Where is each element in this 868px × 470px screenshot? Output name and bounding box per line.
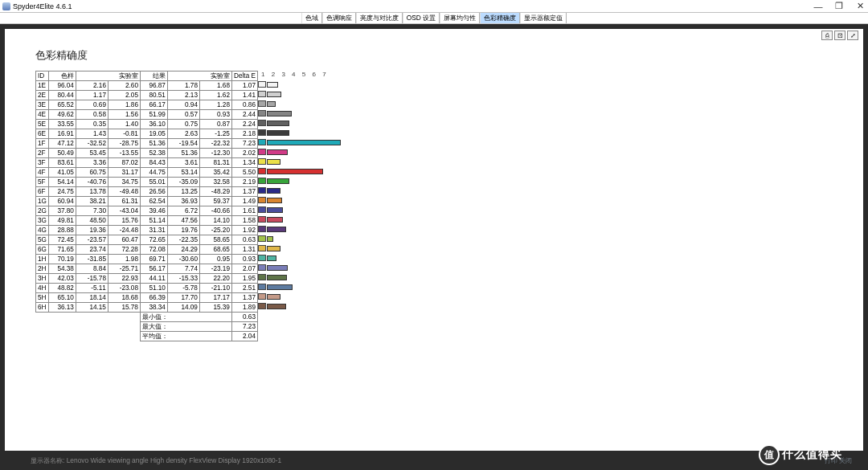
cell-delta-e: 1.31	[231, 245, 257, 255]
tab-osd-settings[interactable]: OSD 设置	[403, 13, 440, 23]
axis-tick: 5	[299, 71, 309, 80]
color-swatch	[258, 91, 266, 97]
cell-id: 4F	[36, 168, 49, 178]
cell-a: 71.65	[48, 245, 76, 255]
print-icon[interactable]: ⎙	[821, 31, 833, 40]
table-row: 4E49.620.581.5651.990.570.932.44	[36, 110, 258, 120]
cell-a: 42.03	[48, 274, 76, 284]
cell-d: 38.34	[140, 303, 167, 313]
cell-e: -19.54	[167, 139, 199, 149]
watermark-text: 什么值得买	[782, 448, 842, 462]
cell-a: 50.49	[48, 149, 76, 158]
cell-a: 16.91	[48, 129, 76, 139]
cell-id: 5F	[36, 178, 49, 187]
bar-row	[258, 147, 341, 157]
cell-f: 35.42	[199, 168, 231, 178]
bar-row	[258, 157, 341, 166]
cell-c: 15.76	[108, 216, 140, 226]
cell-d: 56.17	[140, 264, 167, 274]
delta-e-bar	[267, 140, 341, 145]
cell-e: 47.56	[167, 216, 199, 226]
cell-b: 14.15	[76, 303, 108, 313]
cell-b: -32.52	[76, 139, 108, 149]
cell-delta-e: 1.58	[231, 216, 257, 226]
cell-e: 2.13	[167, 91, 199, 100]
cell-delta-e: 1.49	[231, 197, 257, 206]
cell-d: 51.99	[140, 110, 167, 120]
cell-f: 22.20	[199, 274, 231, 284]
delta-e-bar	[267, 130, 289, 136]
summary-min-value: 0.63	[231, 313, 257, 322]
delta-e-bar	[267, 82, 278, 88]
axis-tick: 7	[319, 71, 330, 80]
cell-a: 37.80	[48, 206, 76, 216]
cell-d: 72.08	[140, 245, 167, 255]
delta-e-bar	[267, 178, 289, 184]
cell-e: 13.25	[167, 187, 199, 197]
fit-icon[interactable]: ⊡	[834, 31, 845, 40]
cell-delta-e: 1.41	[231, 91, 257, 100]
cell-f: 15.39	[199, 303, 231, 313]
tab-gamut[interactable]: 色域	[301, 13, 322, 23]
delta-e-bar	[267, 207, 283, 213]
table-header-row: ID 色样 实验室 结果 实验室 Delta E	[36, 72, 258, 81]
zoom-icon[interactable]: ⤢	[847, 31, 858, 40]
cell-id: 1E	[36, 81, 49, 91]
tab-brightness-contrast[interactable]: 亮度与对比度	[356, 13, 403, 23]
delta-e-bar	[267, 265, 288, 271]
delta-e-bar	[267, 284, 293, 290]
summary-avg-value: 2.04	[231, 332, 257, 341]
bar-row	[258, 272, 341, 282]
cell-d: 51.36	[140, 139, 167, 149]
table-row: 3F83.613.3687.0284.433.6181.311.34	[36, 158, 258, 168]
cell-c: -25.71	[108, 264, 140, 274]
minimize-button[interactable]: —	[813, 2, 824, 11]
cell-id: 6F	[36, 187, 49, 197]
cell-delta-e: 5.50	[231, 168, 257, 178]
bar-row	[258, 263, 341, 272]
delta-e-bar	[267, 217, 283, 223]
cell-f: 0.93	[199, 110, 231, 120]
watermark-icon: 值	[759, 444, 780, 465]
tab-rating[interactable]: 显示器额定值	[520, 13, 567, 23]
tab-color-accuracy[interactable]: 色彩精确度	[480, 13, 520, 23]
tab-uniformity[interactable]: 屏幕均匀性	[440, 13, 480, 23]
table-row: 2F50.4953.45-13.5552.3851.36-12.302.02	[36, 149, 258, 158]
cell-a: 60.94	[48, 197, 76, 206]
cell-a: 72.45	[48, 235, 76, 245]
summary-max-label: 最大值：	[140, 322, 231, 332]
cell-e: 14.09	[167, 303, 199, 313]
delta-e-bar	[267, 275, 287, 280]
cell-c: 61.31	[108, 197, 140, 206]
cell-f: -48.29	[199, 187, 231, 197]
cell-c: 2.60	[108, 81, 140, 91]
color-swatch	[258, 264, 266, 271]
maximize-button[interactable]: ❐	[833, 1, 845, 11]
color-swatch	[258, 187, 266, 194]
delta-e-bar	[267, 188, 280, 194]
cell-id: 3F	[36, 158, 49, 168]
color-swatch	[258, 178, 266, 184]
cell-c: 1.56	[108, 110, 140, 120]
cell-d: 80.51	[140, 91, 167, 100]
color-swatch	[258, 245, 266, 251]
bar-axis: 1 2 3 4 5 6 7	[258, 71, 341, 80]
cell-b: 19.36	[76, 226, 108, 235]
color-swatch	[258, 235, 266, 242]
summary-min-row: 最小值： 0.63	[36, 313, 258, 322]
table-row: 1F47.12-32.52-28.7551.36-19.54-22.327.23	[36, 139, 258, 149]
cell-b: 0.69	[76, 100, 108, 110]
color-swatch	[258, 158, 266, 165]
close-button[interactable]: ✕	[854, 1, 866, 11]
cell-e: 19.76	[167, 226, 199, 235]
cell-c: 60.47	[108, 235, 140, 245]
tab-tone-response[interactable]: 色调响应	[322, 13, 356, 23]
cell-c: 1.98	[108, 255, 140, 264]
cell-d: 36.10	[140, 120, 167, 129]
color-swatch	[258, 168, 266, 174]
workarea: ⎙ ⊡ ⤢ 色彩精确度 ID 色样 实验室 结果 实验室 Delta E	[0, 24, 868, 470]
bar-row	[258, 224, 341, 234]
display-name-value: Lenovo Wide viewing angle High density F…	[67, 456, 282, 464]
cell-delta-e: 2.24	[231, 120, 257, 129]
cell-delta-e: 2.02	[231, 149, 257, 158]
